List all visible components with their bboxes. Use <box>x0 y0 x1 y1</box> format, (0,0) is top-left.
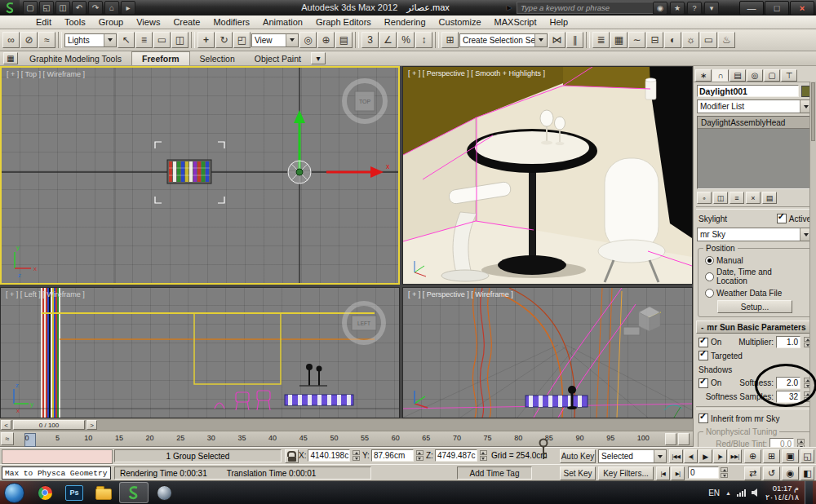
date-time-radio[interactable] <box>705 272 714 281</box>
keyboard-override-icon[interactable]: ▤ <box>335 32 353 48</box>
inherit-checkbox[interactable] <box>698 413 708 423</box>
taskbar-photoshop[interactable]: Ps <box>60 483 88 502</box>
show-desktop-button[interactable] <box>805 481 813 504</box>
align-icon[interactable]: ∥ <box>566 32 583 48</box>
menu-create[interactable]: Create <box>166 17 206 27</box>
viewport-perspective-wire[interactable]: [ + ] [ Perspective ] [ Wireframe ] <box>402 287 693 418</box>
clock[interactable]: 01:17 م ٢٠١٤/٤/١٨ <box>765 484 799 502</box>
reference-coordinate-dropdown[interactable]: View <box>251 33 299 47</box>
tab-display[interactable]: ▢ <box>764 69 780 82</box>
orbit-icon[interactable]: ↺ <box>763 466 780 480</box>
menu-modifiers[interactable]: Modifiers <box>206 17 256 27</box>
spin-down-icon[interactable] <box>416 456 424 461</box>
dropdown-arrow-icon[interactable] <box>654 450 666 462</box>
select-by-name-icon[interactable]: ≡ <box>135 32 153 48</box>
object-name-field[interactable]: Daylight001 <box>697 85 799 97</box>
panel-scrollbar[interactable] <box>809 82 816 447</box>
curve-editor-icon[interactable]: ∼ <box>628 32 645 48</box>
weather-radio[interactable] <box>705 289 714 298</box>
striped-bench[interactable] <box>526 396 588 407</box>
configure-modifier-sets-icon[interactable]: ▤ <box>762 192 777 204</box>
next-frame-button[interactable]: |▶ <box>713 449 727 463</box>
named-selection-dropdown[interactable]: Create Selection Se <box>459 33 548 47</box>
rectangular-selection-icon[interactable]: ▭ <box>153 32 171 48</box>
minimize-button[interactable]: — <box>739 1 764 15</box>
multiplier-field[interactable]: 1.0 <box>776 336 800 348</box>
daylight-compass[interactable] <box>288 161 311 183</box>
go-to-end-button[interactable]: ▶▶| <box>728 449 742 463</box>
select-and-manipulate-icon[interactable]: ⊕ <box>317 32 335 48</box>
viewport-perspective-label[interactable]: [ + ] [ Perspective ] [ Smooth + Highlig… <box>408 69 545 77</box>
menu-group[interactable]: Group <box>92 17 131 27</box>
pin-stack-icon[interactable]: ∘ <box>697 192 712 204</box>
select-and-move-icon[interactable]: + <box>197 32 215 48</box>
menu-animation[interactable]: Animation <box>256 17 309 27</box>
modifier-stack[interactable]: DaylightAssemblyHead <box>697 116 813 189</box>
3dsmax-logo-icon[interactable] <box>0 0 20 15</box>
tab-create[interactable]: ∗ <box>695 69 712 82</box>
skylight-type-dropdown[interactable]: mr Sky <box>697 228 813 241</box>
selection-lock-icon[interactable] <box>285 449 299 463</box>
render-setup-icon[interactable]: ☼ <box>682 32 699 48</box>
selected-group-object[interactable] <box>167 160 211 183</box>
mirror-icon[interactable]: ⋈ <box>548 32 565 48</box>
remove-modifier-icon[interactable]: × <box>746 192 761 204</box>
add-time-tag[interactable]: Add Time Tag <box>457 466 532 480</box>
softness-field[interactable]: 2.0 <box>776 377 800 389</box>
viewport-perspective-shaded[interactable]: [ + ] [ Perspective ] [ Smooth + Highlig… <box>402 66 693 285</box>
key-mode-dropdown[interactable]: Selected <box>598 449 667 463</box>
window-crossing-icon[interactable]: ◫ <box>171 32 188 48</box>
viewport-top-label[interactable]: [ + ] [ Top ] [ Wireframe ] <box>7 70 85 78</box>
play-button[interactable]: ▶ <box>698 449 712 463</box>
ribbon-icon[interactable]: ▦ <box>3 52 18 64</box>
selection-filter-dropdown[interactable]: Lights <box>64 33 117 47</box>
setup-button[interactable]: Setup... <box>717 300 792 313</box>
bind-to-spacewarp-icon[interactable]: ≈ <box>38 32 55 48</box>
select-and-link-icon[interactable]: ∞ <box>2 32 20 48</box>
viewport-left-label[interactable]: [ + ] [ Left ] [ Wireframe ] <box>6 290 85 298</box>
tab-object-paint[interactable]: Object Paint <box>245 52 311 65</box>
menu-tools[interactable]: Tools <box>58 17 92 27</box>
track-bar[interactable]: ≈ 0 5 10 15 20 25 30 35 40 45 50 55 60 6… <box>0 431 693 447</box>
maxscript-mini-listener[interactable]: Max to Physca Geometry <box>2 466 111 480</box>
stack-item-daylight[interactable]: DaylightAssemblyHead <box>698 117 812 129</box>
redo-icon[interactable]: ↷ <box>88 1 103 15</box>
view-cube[interactable]: TOP <box>344 81 385 122</box>
spin-up-icon[interactable] <box>353 450 360 455</box>
viewport-perspective-wire-label[interactable]: [ + ] [ Perspective ] [ Wireframe ] <box>408 290 513 298</box>
make-unique-icon[interactable]: ≡ <box>730 192 744 204</box>
z-coord-field[interactable]: 4749.487c <box>435 449 477 462</box>
walk-through-icon[interactable]: ◉ <box>782 466 799 480</box>
manual-radio[interactable] <box>705 256 714 265</box>
track-bar-end-button[interactable] <box>678 433 690 445</box>
next-key-button[interactable]: ▶| <box>671 466 685 480</box>
render-production-icon[interactable]: ♨ <box>718 32 735 48</box>
ribbon-menu-icon[interactable]: ▾ <box>311 52 326 64</box>
viewport-left[interactable]: [ + ] [ Left ] [ Wireframe ] <box>0 287 400 418</box>
frame-forward-button[interactable]: > <box>86 420 97 430</box>
undo-icon[interactable]: ↶ <box>72 1 86 15</box>
maximize-button[interactable]: □ <box>765 1 789 15</box>
y-coord-field[interactable]: 87.96cm <box>371 449 414 462</box>
menu-edit[interactable]: Edit <box>29 17 58 27</box>
wall-stripe-object[interactable] <box>42 288 60 418</box>
zoom-icon[interactable]: ⊕ <box>744 449 761 463</box>
schematic-view-icon[interactable]: ⊟ <box>646 32 663 48</box>
pan-icon[interactable]: ⇄ <box>744 466 761 480</box>
help-icon[interactable]: ? <box>687 2 702 15</box>
maximize-viewport-icon[interactable]: ◧ <box>800 466 814 480</box>
dropdown-arrow-icon[interactable] <box>286 34 298 46</box>
close-button[interactable]: × <box>790 1 814 15</box>
tab-hierarchy[interactable]: ▤ <box>730 69 746 82</box>
taskbar-3dsmax[interactable] <box>119 482 149 503</box>
menu-views[interactable]: Views <box>130 17 166 27</box>
select-and-scale-icon[interactable]: ◰ <box>233 32 251 48</box>
taskbar-app[interactable] <box>150 483 178 502</box>
window-frame-wire[interactable] <box>194 313 281 384</box>
skylight-active-checkbox[interactable] <box>777 214 787 223</box>
spin-down-icon[interactable] <box>721 473 728 478</box>
edit-named-selections-icon[interactable]: ⊞ <box>441 32 459 48</box>
network-icon[interactable] <box>737 489 746 497</box>
tray-expand-icon[interactable]: ▲ <box>725 490 731 496</box>
mini-curve-editor-icon[interactable]: ≈ <box>1 432 14 445</box>
